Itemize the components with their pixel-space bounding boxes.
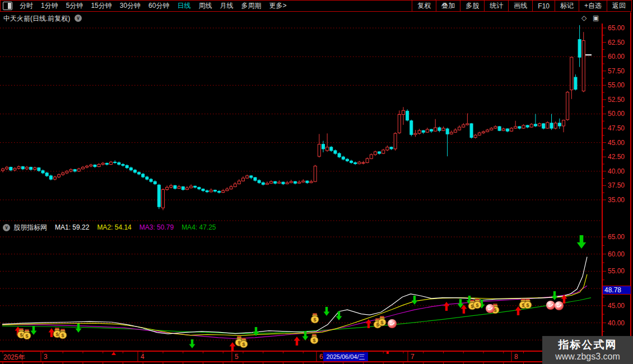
money-bag-icon: $: [310, 334, 318, 344]
indicator-axis-label: 65.00: [608, 234, 625, 240]
month-label: 7: [411, 353, 415, 361]
main-axis-label: 37.50: [608, 182, 625, 189]
main-axis-label: 45.00: [608, 139, 625, 146]
gridlines-layer: [0, 28, 602, 340]
month-label: 5: [235, 353, 239, 361]
ball-signal-icon: [388, 319, 397, 328]
toolbar-item-分时[interactable]: 分时: [16, 1, 37, 11]
toolbar-item-15分钟[interactable]: 15分钟: [87, 1, 115, 11]
legend-ma2: MA2: 54.14: [97, 223, 131, 231]
toolbar-item-日线[interactable]: 日线: [173, 1, 194, 11]
toolbar-item-多周期[interactable]: 多周期: [237, 1, 265, 11]
toolbar-item-60分钟[interactable]: 60分钟: [145, 1, 173, 11]
buy-arrow-icon: [230, 342, 236, 351]
toolbar-item-5分钟[interactable]: 5分钟: [62, 1, 87, 11]
money-bag-icon: $: [473, 299, 481, 309]
svg-text:$: $: [313, 338, 315, 343]
toolbar-item-F10[interactable]: F10: [532, 1, 555, 11]
main-axis-label: 65.00: [608, 25, 625, 31]
chart-canvas[interactable]: $$$$$$$$$$$$$$$: [0, 0, 633, 364]
toolbar-item-1分钟[interactable]: 1分钟: [37, 1, 62, 11]
legend-ma4: MA4: 47.25: [181, 223, 216, 231]
svg-text:$: $: [526, 302, 529, 308]
ball-signal-icon: [555, 301, 564, 310]
month-label: 3: [44, 353, 48, 361]
indicator-axis-label: 45.00: [608, 302, 625, 309]
ma-lines-layer: [2, 257, 591, 339]
toolbar-item-标记[interactable]: 标记: [555, 1, 579, 11]
money-bag-icon: $: [311, 314, 319, 324]
toolbar-item-+自选[interactable]: +自选: [579, 1, 607, 11]
crosshair-date-badge: 2025/06/04/三: [323, 352, 368, 361]
sell-arrow-icon: [324, 307, 330, 316]
indicator-axis-label: 60.00: [608, 251, 625, 258]
toolbar-item-复权[interactable]: 复权: [412, 1, 436, 11]
action-toolbar: 复权叠加多股统计画线F10标记+自选返回: [412, 1, 631, 11]
main-axis-label: 52.50: [608, 96, 625, 103]
buy-arrow-icon: [294, 337, 300, 346]
sell-arrow-icon: [552, 291, 558, 300]
toolbar-item-月线[interactable]: 月线: [216, 1, 237, 11]
toolbar-item-画线[interactable]: 画线: [508, 1, 532, 11]
legend-ma3: MA3: 50.79: [139, 223, 174, 231]
legend-ma1: MA1: 59.22: [55, 223, 89, 231]
main-axis-label: 50.00: [608, 110, 625, 117]
layout-panel-icon[interactable]: [3, 2, 12, 10]
main-axis-label: 35.00: [608, 197, 625, 203]
axis-lines-layer: [0, 12, 631, 364]
toolbar-item-周线[interactable]: 周线: [194, 1, 216, 11]
indicator-header: ∨ 股朋指标网 MA1: 59.22MA2: 54.14MA3: 50.79MA…: [0, 223, 224, 232]
indicator-name[interactable]: 股朋指标网: [13, 223, 47, 232]
current-value-badge: 48.78: [603, 286, 631, 295]
time-axis: 2025年 2025/06/04/三 345678: [0, 351, 633, 364]
ball-signal-icon: [546, 301, 555, 310]
watermark-title: 指标公式网: [558, 339, 617, 351]
sell-arrow-icon: [336, 311, 342, 320]
watermark: 指标公式网 www.zbgs3.com: [542, 336, 633, 364]
chevron-down-icon[interactable]: ∨: [75, 15, 82, 22]
sell-arrow-icon: [412, 296, 418, 305]
svg-text:$: $: [476, 302, 478, 308]
title-bar: 中天火箭(日线.前复权) ∨ ◇ ▣: [0, 12, 633, 24]
main-axis-label: 57.50: [608, 68, 625, 74]
toolbar-item-30分钟[interactable]: 30分钟: [116, 1, 145, 11]
candles-layer: [2, 25, 592, 210]
main-axis-label: 60.00: [608, 53, 625, 60]
month-label: 6: [319, 353, 323, 361]
chevron-down-icon[interactable]: ∨: [3, 224, 10, 231]
toolbar-item-更多>[interactable]: 更多>: [265, 1, 290, 11]
toolbar-item-多股[interactable]: 多股: [460, 1, 484, 11]
indicator-axis-label: 40.00: [608, 320, 625, 326]
svg-text:$: $: [55, 332, 58, 337]
panel-toggle-icon[interactable]: ▣: [593, 14, 599, 22]
svg-text:$: $: [313, 317, 316, 323]
period-toolbar-left: 分时1分钟5分钟15分钟30分钟60分钟日线周线月线多周期更多>: [1, 1, 290, 11]
ball-signal-icon: [486, 304, 495, 313]
indicator-legend: MA1: 59.22MA2: 54.14MA3: 50.79MA4: 47.25: [55, 223, 224, 231]
watermark-url: www.zbgs3.com: [555, 351, 620, 362]
svg-text:$: $: [242, 342, 245, 347]
buy-arrow-icon: [444, 302, 450, 311]
main-axis-label: 42.50: [608, 153, 625, 160]
svg-text:$: $: [61, 333, 64, 338]
month-label: 8: [514, 353, 518, 361]
trading-app-window: $$$$$$$$$$$$$$$ 分时1分钟5分钟15分钟30分钟60分钟日线周线…: [0, 0, 633, 364]
svg-text:$: $: [20, 332, 22, 338]
main-axis-label: 62.50: [608, 39, 625, 46]
main-axis-label: 55.00: [608, 82, 625, 88]
indicator-axis-label: 55.00: [608, 268, 625, 274]
sell-arrow-icon: [577, 235, 587, 249]
diamond-icon[interactable]: ◇: [581, 14, 587, 22]
period-toolbar: 分时1分钟5分钟15分钟30分钟60分钟日线周线月线多周期更多> 复权叠加多股统…: [0, 0, 632, 12]
main-axis-label: 47.50: [608, 125, 625, 132]
sell-arrow-icon: [189, 339, 196, 348]
stock-title: 中天火箭(日线.前复权): [3, 14, 70, 24]
toolbar-item-叠加[interactable]: 叠加: [436, 1, 460, 11]
toolbar-item-返回[interactable]: 返回: [607, 1, 631, 11]
sell-arrow-icon: [31, 326, 37, 335]
toolbar-item-统计[interactable]: 统计: [484, 1, 508, 11]
main-axis-label: 40.00: [608, 168, 625, 175]
sell-arrow-icon: [76, 324, 82, 333]
svg-text:$: $: [25, 333, 28, 339]
year-label: 2025年: [3, 353, 25, 362]
